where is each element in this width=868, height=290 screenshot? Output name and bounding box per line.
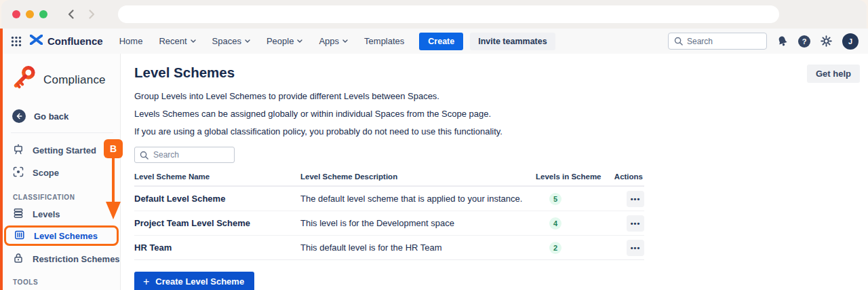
- top-navigation: Confluence Home Recent Spaces People App…: [3, 29, 868, 54]
- book-columns-icon: [14, 230, 25, 242]
- invite-teammates-button[interactable]: Invite teammates: [470, 33, 555, 50]
- menu-item-templates[interactable]: Templates: [364, 36, 404, 46]
- header-description: Level Scheme Description: [300, 173, 536, 181]
- address-bar[interactable]: [118, 5, 779, 23]
- scheme-description: This default level is for the HR Team: [300, 242, 536, 253]
- plus-icon: +: [143, 278, 149, 285]
- table-row: Default Level Scheme The default level s…: [134, 187, 644, 211]
- chevron-down-icon: [342, 39, 348, 43]
- app-logo: Compliance: [3, 62, 120, 98]
- user-avatar[interactable]: J: [842, 33, 859, 50]
- row-actions-menu-icon[interactable]: •••: [627, 215, 644, 232]
- sidebar-item-levels[interactable]: Levels: [3, 206, 120, 221]
- search-icon: [674, 37, 683, 46]
- sidebar-item-scope[interactable]: Scope: [3, 165, 120, 180]
- global-search-input[interactable]: [687, 37, 755, 46]
- search-icon: [140, 151, 149, 160]
- scheme-name: Project Team Level Scheme: [134, 218, 300, 228]
- level-schemes-table: Level Scheme Name Level Scheme Descripti…: [134, 173, 644, 260]
- left-accent-strip: [0, 29, 3, 290]
- menu-item-spaces[interactable]: Spaces: [212, 36, 250, 46]
- main-menu: Home Recent Spaces People Apps Templates: [119, 36, 405, 46]
- app-name: Compliance: [43, 73, 106, 87]
- help-icon[interactable]: ?: [798, 35, 810, 48]
- scheme-description: The default level scheme that is applied…: [300, 194, 536, 204]
- browser-back-icon[interactable]: [65, 8, 77, 20]
- table-row: HR Team This default level is for the HR…: [134, 236, 644, 260]
- section-classification: CLASSIFICATION: [3, 194, 120, 201]
- arrow-left-icon: [12, 109, 26, 123]
- key-icon: [11, 64, 38, 96]
- annotation-label-b: B: [104, 139, 123, 158]
- header-name: Level Scheme Name: [134, 173, 300, 181]
- section-tools: TOOLS: [3, 278, 120, 286]
- sidebar-item-getting-started[interactable]: Getting Started: [3, 143, 120, 158]
- scheme-description: This level is for the Development space: [300, 218, 536, 228]
- main-content: Get help Level Schemes Group Levels into…: [121, 54, 868, 290]
- levels-count-badge: 5: [549, 193, 561, 205]
- levels-count-badge: 2: [549, 242, 561, 254]
- menu-item-apps[interactable]: Apps: [319, 36, 348, 46]
- browser-chrome: [0, 0, 868, 29]
- global-search[interactable]: [668, 33, 767, 50]
- scheme-name: HR Team: [134, 242, 300, 253]
- go-back-button[interactable]: Go back: [3, 108, 120, 124]
- easel-icon: [13, 144, 24, 157]
- product-name: Confluence: [47, 35, 103, 47]
- zoom-window-button[interactable]: [39, 10, 47, 18]
- lock-icon: [13, 253, 24, 266]
- get-help-button[interactable]: Get help: [807, 65, 860, 83]
- header-actions: Actions: [606, 173, 644, 181]
- app-switcher-icon[interactable]: [11, 36, 22, 47]
- row-actions-menu-icon[interactable]: •••: [627, 240, 644, 256]
- annotation-arrow-line: [112, 158, 115, 202]
- page-description: Group Levels into Level Schemes to provi…: [134, 91, 860, 137]
- chevron-down-icon: [191, 39, 196, 43]
- annotation-arrow-head: [106, 202, 121, 219]
- menu-item-people[interactable]: People: [267, 36, 302, 46]
- close-window-button[interactable]: [12, 10, 20, 18]
- menu-item-home[interactable]: Home: [119, 36, 143, 46]
- confluence-logo-icon: [30, 35, 43, 48]
- confluence-app: Confluence Home Recent Spaces People App…: [0, 29, 868, 290]
- intro-line: If you are using a global classification…: [134, 126, 860, 137]
- chevron-down-icon: [297, 39, 302, 43]
- browser-toolbar: [1, 0, 867, 29]
- sidebar: Compliance Go back Getting Started S: [3, 54, 121, 290]
- minimize-window-button[interactable]: [26, 10, 34, 18]
- sidebar-item-restriction-schemes[interactable]: Restriction Schemes: [3, 251, 120, 266]
- intro-line: Group Levels into Level Schemes to provi…: [134, 91, 860, 101]
- intro-line: Levels Schemes can be assigned globally …: [134, 109, 860, 119]
- table-row: Project Team Level Scheme This level is …: [134, 211, 644, 236]
- scheme-search[interactable]: [134, 147, 235, 163]
- create-button[interactable]: Create: [419, 33, 463, 50]
- levels-count-badge: 4: [549, 217, 561, 230]
- header-levels: Levels in Scheme: [536, 173, 606, 181]
- create-level-scheme-button[interactable]: + Create Level Scheme: [134, 272, 254, 290]
- sidebar-divider: [11, 132, 113, 133]
- menu-item-recent[interactable]: Recent: [159, 36, 195, 46]
- scheme-name: Default Level Scheme: [134, 194, 300, 204]
- sidebar-item-level-schemes[interactable]: Level Schemes: [4, 225, 119, 246]
- row-actions-menu-icon[interactable]: •••: [627, 191, 644, 207]
- notifications-bell-icon[interactable]: [776, 34, 789, 48]
- confluence-logo[interactable]: Confluence: [30, 35, 103, 48]
- window-controls: [12, 10, 47, 18]
- scheme-search-input[interactable]: [153, 150, 228, 160]
- chevron-down-icon: [245, 39, 250, 43]
- settings-gear-icon[interactable]: [821, 35, 832, 47]
- table-header-row: Level Scheme Name Level Scheme Descripti…: [134, 173, 644, 187]
- browser-forward-icon[interactable]: [85, 8, 98, 20]
- scope-target-icon: [13, 166, 24, 179]
- layers-stack-icon: [13, 208, 24, 221]
- page-title: Level Schemes: [134, 65, 860, 81]
